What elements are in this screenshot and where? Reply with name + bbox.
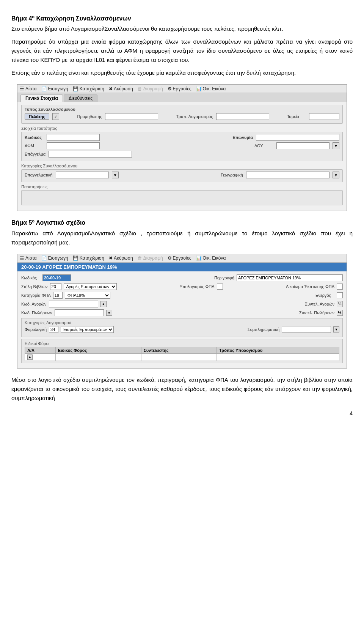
kataxorisi-icon: 💾 bbox=[73, 86, 78, 91]
toolbar-lista-btn[interactable]: ☰ Λίστα bbox=[20, 86, 37, 91]
sympliromatiki-dropdown[interactable]: ▼ bbox=[333, 326, 339, 332]
pelatis-button[interactable]: Πελάτης bbox=[25, 113, 49, 120]
dikaioma-checkbox[interactable] bbox=[337, 284, 343, 290]
eisagogi2-icon: 📄 bbox=[41, 255, 47, 261]
typos-group: Τύπος Συναλλασσόμενου Πελάτης ✓ Προμηθευ… bbox=[21, 105, 343, 124]
toolbar-oik-eikona-btn[interactable]: 📊 Οικ. Εικόνα bbox=[196, 86, 226, 91]
paratiriseis-section-title: Παρατηρήσεις bbox=[21, 184, 343, 189]
toolbar2-lista-btn[interactable]: ☰ Λίστα bbox=[20, 255, 37, 261]
kategoria-fpa-label: Κατηγορία ΦΠΑ bbox=[21, 293, 51, 298]
form1-body: Τύπος Συναλλασσόμενου Πελάτης ✓ Προμηθευ… bbox=[17, 102, 347, 211]
bottom-para: Μέσα στο λογιστικό σχέδιο συμπληρώνουμε … bbox=[11, 375, 353, 403]
form2-row4: Κωδ. Αγορών ● Συντελ. Αγορών ⅓ bbox=[21, 301, 343, 307]
stoixeia-section-title: Στοιχεία ταυτότητας bbox=[21, 126, 343, 131]
kategoreis-group: Επαγγελματική ▼ Γεωγραφική ▼ bbox=[21, 169, 343, 182]
toolbar-diagrafi-btn[interactable]: 🗑 Διαγραφή bbox=[138, 86, 163, 91]
kategoreis-log-section: Κατηγορίες Λογαριασμού Φορολογική Εισροέ… bbox=[21, 318, 343, 337]
table-row: ► bbox=[25, 353, 339, 361]
stoixeia-group: Κωδικός Επωνυμία ΑΦΜ ΔΟΥ ▼ Επάγγελμα bbox=[21, 132, 343, 161]
stili-num-input[interactable] bbox=[50, 283, 61, 290]
oik-eikona2-icon: 📊 bbox=[196, 255, 202, 261]
kodikos-input[interactable] bbox=[47, 134, 100, 141]
doy-input[interactable] bbox=[276, 142, 329, 149]
epaggelma-input[interactable] bbox=[49, 151, 132, 158]
stili-label: Στήλη Βιβλίων bbox=[21, 284, 48, 289]
forologiki-num[interactable] bbox=[49, 326, 58, 333]
ergasies-icon: ⚙ bbox=[168, 86, 172, 91]
form1-tabs: Γενικά Στοιχεία Διευθύνσεις bbox=[17, 93, 347, 102]
dikaioma-label: Δικαίωμα Έκπτωσης ΦΠΑ bbox=[286, 284, 334, 289]
toolbar2-diagrafi-btn[interactable]: 🗑 Διαγραφή bbox=[138, 255, 163, 261]
lista-icon: ☰ bbox=[20, 86, 24, 91]
form2-row1: Κωδικός Περιγραφή bbox=[21, 274, 343, 281]
eidikos-foros-col-header: Ειδικός Φόρος bbox=[55, 347, 141, 353]
trap-logarismos-input[interactable] bbox=[216, 113, 269, 120]
doy-label: ΔΟΥ bbox=[254, 143, 273, 148]
perigrafi-input[interactable] bbox=[237, 274, 343, 281]
kod-agoron-input[interactable] bbox=[49, 301, 98, 307]
aa-col-header: Α/Α bbox=[25, 347, 56, 353]
toolbar-akyrose-btn[interactable]: ✖ Ακύρωση bbox=[109, 86, 133, 91]
step4-title: Βήμα 4ο Καταχώρηση Συναλλασσόμενων bbox=[11, 14, 353, 22]
toolbar-kataxorisi-btn[interactable]: 💾 Καταχώριση bbox=[73, 86, 104, 91]
toolbar-eisagogi-btn[interactable]: 📄 Εισαγωγή bbox=[41, 86, 68, 91]
pelatis-checkbox[interactable]: ✓ bbox=[52, 113, 59, 120]
toolbar-ergasies-btn[interactable]: ⚙ Εργασίες bbox=[168, 86, 191, 91]
form2-row2: Στήλη Βιβλίων Αγορές Εμπορευμάτων Υπολογ… bbox=[21, 283, 343, 290]
typos-row: Πελάτης ✓ Προμηθευτής Τραπ. Λογαριασμός … bbox=[25, 113, 339, 120]
oik-eikona-icon: 📊 bbox=[196, 86, 202, 91]
kodikos-label: Κωδικός bbox=[25, 135, 44, 140]
trap-logarismos-label: Τραπ. Λογαριασμός bbox=[176, 114, 213, 119]
synteil-agoron-frac[interactable]: ⅓ bbox=[337, 301, 343, 307]
toolbar2-kataxorisi-btn[interactable]: 💾 Καταχώριση bbox=[73, 255, 104, 261]
toolbar2-akyrose-btn[interactable]: ✖ Ακύρωση bbox=[109, 255, 133, 261]
kod-agoron-dotbtn[interactable]: ● bbox=[100, 301, 107, 307]
forologiki-select[interactable]: Εισροές Εμπορευμάτων bbox=[61, 326, 114, 333]
form2-screenshot: ☰ Λίστα 📄 Εισαγωγή 💾 Καταχώριση ✖ Ακύρωσ… bbox=[17, 254, 347, 369]
kod-poliseon-dotbtn[interactable]: ● bbox=[106, 310, 112, 316]
ypologismos-checkbox[interactable] bbox=[217, 284, 223, 290]
tab-diefthinsis[interactable]: Διευθύνσεις bbox=[64, 95, 97, 102]
form2-row3: Κατηγορία ΦΠΑ ΦΠΑ19% Ενεργός bbox=[21, 292, 343, 299]
geografiki-input[interactable] bbox=[246, 172, 329, 178]
tameio-input[interactable] bbox=[309, 113, 339, 120]
synteil-agoron-label: Συντελ. Αγορών bbox=[305, 302, 334, 306]
geografiki-dropdown[interactable]: ▼ bbox=[333, 172, 339, 178]
row-expand-btn[interactable]: ► bbox=[27, 355, 33, 360]
kodikos2-input[interactable] bbox=[42, 274, 71, 281]
synteil-poliseon-frac[interactable]: ⅓ bbox=[337, 310, 343, 316]
toolbar2-eisagogi-btn[interactable]: 📄 Εισαγωγή bbox=[41, 255, 68, 261]
tab-genika[interactable]: Γενικά Στοιχεία bbox=[20, 95, 63, 102]
diagrafi-icon: 🗑 bbox=[138, 86, 142, 91]
step4-para1: Στο επόμενο βήμα από Λογαριασμοί\Συναλλα… bbox=[11, 24, 353, 33]
eidikoi-foroi-section: Ειδικοί Φόροι Α/Α Ειδικός Φόρος Συντελεσ… bbox=[21, 339, 343, 363]
kod-poliseon-input[interactable] bbox=[55, 309, 104, 316]
typos-title: Τύπος Συναλλασσόμενου bbox=[25, 107, 339, 112]
page-number: 4 bbox=[11, 410, 353, 416]
kategoria-fpa-select[interactable]: ΦΠΑ19% bbox=[65, 292, 110, 299]
toolbar2-ergasies-btn[interactable]: ⚙ Εργασίες bbox=[168, 255, 191, 261]
eidikoi-foroi-title: Ειδικοί Φόροι bbox=[25, 341, 339, 346]
epaggelmatiki-label: Επαγγελματική bbox=[25, 173, 53, 177]
kategoreis-row: Επαγγελματική ▼ Γεωγραφική ▼ bbox=[25, 172, 339, 178]
doy-dropdown[interactable]: ▼ bbox=[333, 142, 339, 149]
toolbar2-oik-eikona-btn[interactable]: 📊 Οικ. Εικόνα bbox=[196, 255, 226, 261]
afm-input[interactable] bbox=[47, 142, 100, 149]
form2-body: Κωδικός Περιγραφή Στήλη Βιβλίων Αγορές Ε… bbox=[17, 271, 347, 368]
promitheftis-label: Προμηθευτής bbox=[77, 114, 102, 119]
stili-select[interactable]: Αγορές Εμπορευμάτων bbox=[64, 283, 117, 290]
lista2-icon: ☰ bbox=[20, 255, 24, 261]
kategoreis-log-row: Φορολογική Εισροές Εμπορευμάτων Συμπληρω… bbox=[25, 326, 339, 333]
afm-label: ΑΦΜ bbox=[25, 143, 44, 148]
tameio-label: Ταμείο bbox=[287, 114, 306, 119]
promitheftis-input[interactable] bbox=[105, 113, 158, 120]
sympliromatiki-input[interactable] bbox=[282, 326, 331, 333]
eponimia-input[interactable] bbox=[256, 134, 339, 141]
epaggelmatiki-input[interactable] bbox=[56, 172, 109, 178]
kodikos2-label: Κωδικός bbox=[21, 276, 40, 280]
energos-checkbox[interactable] bbox=[337, 292, 343, 298]
kategoreis-section-title: Κατηγορίες Συναλλασσόμενου bbox=[21, 164, 343, 168]
epaggelmatiki-dropdown[interactable]: ▼ bbox=[112, 172, 119, 178]
kodikos-row: Κωδικός Επωνυμία bbox=[25, 134, 339, 141]
kategoria-fpa-num[interactable] bbox=[53, 292, 63, 299]
